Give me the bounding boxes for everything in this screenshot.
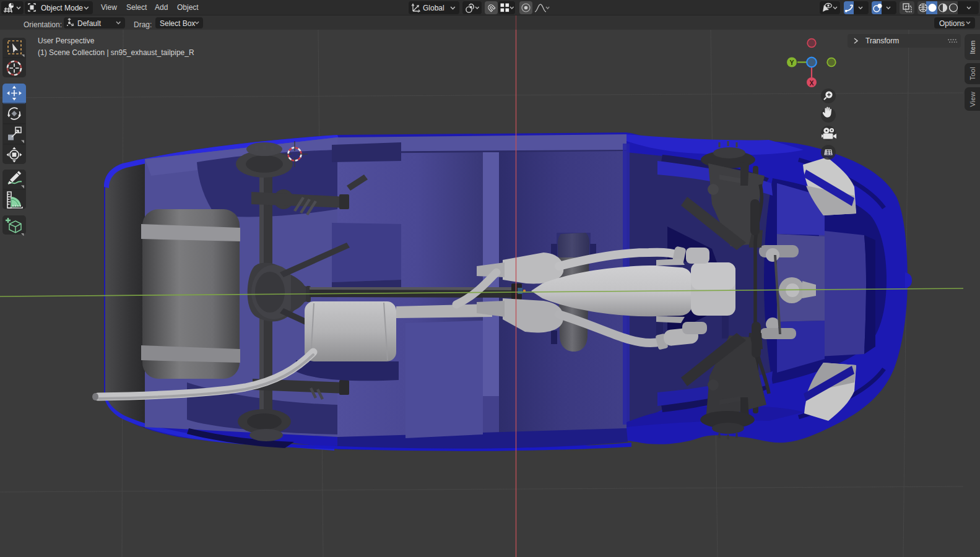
svg-text:X: X <box>809 79 813 87</box>
svg-text:Options: Options <box>939 19 965 28</box>
svg-text:Global: Global <box>423 4 444 12</box>
svg-text:Y: Y <box>789 59 794 66</box>
svg-text:Select Box: Select Box <box>160 19 195 28</box>
svg-text:Default: Default <box>77 19 102 28</box>
svg-text:Object Mode: Object Mode <box>41 4 83 12</box>
